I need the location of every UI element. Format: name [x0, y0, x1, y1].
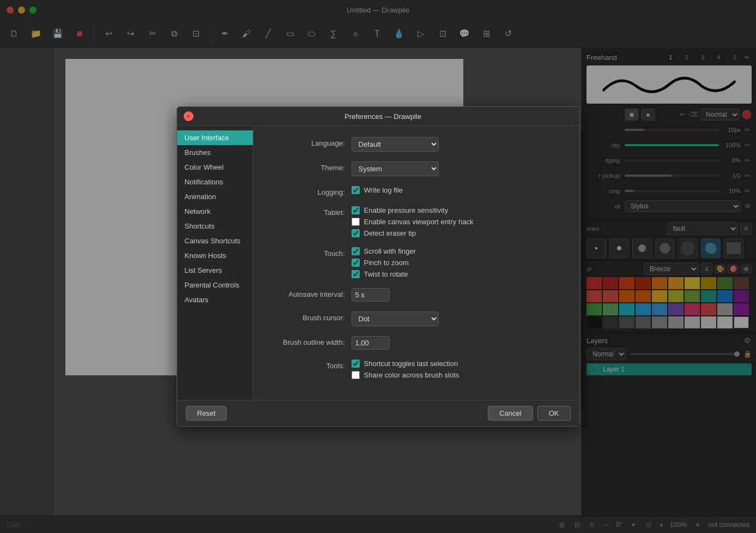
theme-row: Theme: System [269, 161, 564, 176]
sidebar-item-avatars[interactable]: Avatars [177, 292, 253, 307]
language-row: Language: Default [269, 137, 564, 152]
brush-cursor-label: Brush cursor: [269, 312, 345, 322]
sidebar-item-color-wheel[interactable]: Color Wheel [177, 160, 253, 175]
eraser-checkbox[interactable] [352, 229, 360, 237]
dialog-overlay: × Preferences — Drawpile User Interface … [0, 0, 756, 533]
canvas-hack-label: Enable canvas viewport entry hack [364, 218, 474, 226]
theme-label: Theme: [269, 161, 345, 172]
write-log-checkbox[interactable] [352, 186, 360, 194]
dialog-body: User Interface Brushes Color Wheel Notif… [177, 126, 579, 400]
pressure-label: Enable pressure sensitivity [364, 206, 449, 214]
tools-label: Tools: [269, 360, 345, 370]
sidebar-item-parental-controls[interactable]: Parental Controls [177, 278, 253, 292]
scroll-checkbox[interactable] [352, 247, 360, 255]
sidebar-item-user-interface[interactable]: User Interface [177, 130, 253, 145]
autosave-label: Autosave interval: [269, 288, 345, 298]
tools-row: Tools: Shortcut toggles last selection S… [269, 360, 564, 379]
autosave-input[interactable] [352, 288, 390, 302]
sidebar-item-brushes[interactable]: Brushes [177, 145, 253, 160]
eraser-checkbox-label[interactable]: Detect eraser tip [352, 229, 564, 237]
sidebar-item-shortcuts[interactable]: Shortcuts [177, 219, 253, 233]
sidebar-item-canvas-shortcuts[interactable]: Canvas Shortcuts [177, 233, 253, 248]
sidebar-item-animation[interactable]: Animation [177, 189, 253, 204]
shortcut-toggle-checkbox-label[interactable]: Shortcut toggles last selection [352, 360, 564, 368]
sidebar-item-list-servers[interactable]: List Servers [177, 263, 253, 278]
touch-row: Touch: Scroll with finger Pinch to zoom [269, 247, 564, 278]
brush-outline-label: Brush outline width: [269, 336, 345, 346]
tablet-row: Tablet: Enable pressure sensitivity Enab… [269, 206, 564, 237]
sidebar-item-notifications[interactable]: Notifications [177, 175, 253, 189]
twist-label: Twist to rotate [364, 270, 408, 278]
language-label: Language: [269, 137, 345, 147]
eraser-label: Detect eraser tip [364, 229, 416, 237]
shortcut-toggle-checkbox[interactable] [352, 360, 360, 368]
pinch-checkbox-label[interactable]: Pinch to zoom [352, 259, 564, 267]
dialog-titlebar: × Preferences — Drawpile [177, 107, 579, 126]
twist-checkbox[interactable] [352, 270, 360, 278]
reset-button[interactable]: Reset [186, 406, 227, 421]
ok-button[interactable]: OK [537, 406, 571, 421]
share-color-checkbox[interactable] [352, 371, 360, 379]
sidebar-item-known-hosts[interactable]: Known Hosts [177, 248, 253, 263]
scroll-label: Scroll with finger [364, 247, 416, 255]
write-log-label: Write log file [364, 186, 403, 194]
brush-outline-input[interactable] [352, 336, 390, 350]
pinch-label: Pinch to zoom [364, 259, 409, 267]
canvas-hack-checkbox-label[interactable]: Enable canvas viewport entry hack [352, 218, 564, 226]
language-select[interactable]: Default [352, 137, 439, 152]
logging-row: Logging: Write log file [269, 186, 564, 196]
dialog-footer: Reset Cancel OK [177, 400, 579, 426]
pressure-checkbox-label[interactable]: Enable pressure sensitivity [352, 206, 564, 214]
scroll-checkbox-label[interactable]: Scroll with finger [352, 247, 564, 255]
touch-label: Touch: [269, 247, 345, 257]
dialog-title: Preferences — Drawpile [193, 112, 573, 121]
logging-label: Logging: [269, 186, 345, 196]
dialog-sidebar: User Interface Brushes Color Wheel Notif… [177, 126, 253, 400]
brush-cursor-select[interactable]: Dot [352, 312, 439, 326]
autosave-row: Autosave interval: [269, 288, 564, 302]
pressure-checkbox[interactable] [352, 206, 360, 214]
twist-checkbox-label[interactable]: Twist to rotate [352, 270, 564, 278]
dialog-content: Language: Default Theme: System [253, 126, 579, 400]
tablet-label: Tablet: [269, 206, 345, 217]
pinch-checkbox[interactable] [352, 259, 360, 267]
sidebar-item-network[interactable]: Network [177, 204, 253, 219]
theme-select[interactable]: System [352, 161, 439, 176]
preferences-dialog: × Preferences — Drawpile User Interface … [177, 106, 580, 427]
brush-outline-row: Brush outline width: [269, 336, 564, 350]
share-color-checkbox-label[interactable]: Share color across brush slots [352, 371, 564, 379]
write-log-checkbox-label[interactable]: Write log file [352, 186, 564, 194]
shortcut-toggle-label: Shortcut toggles last selection [364, 360, 458, 368]
share-color-label: Share color across brush slots [364, 371, 459, 379]
dialog-close-button[interactable]: × [184, 111, 193, 121]
brush-cursor-row: Brush cursor: Dot [269, 312, 564, 326]
canvas-hack-checkbox[interactable] [352, 218, 360, 226]
cancel-button[interactable]: Cancel [488, 406, 533, 421]
